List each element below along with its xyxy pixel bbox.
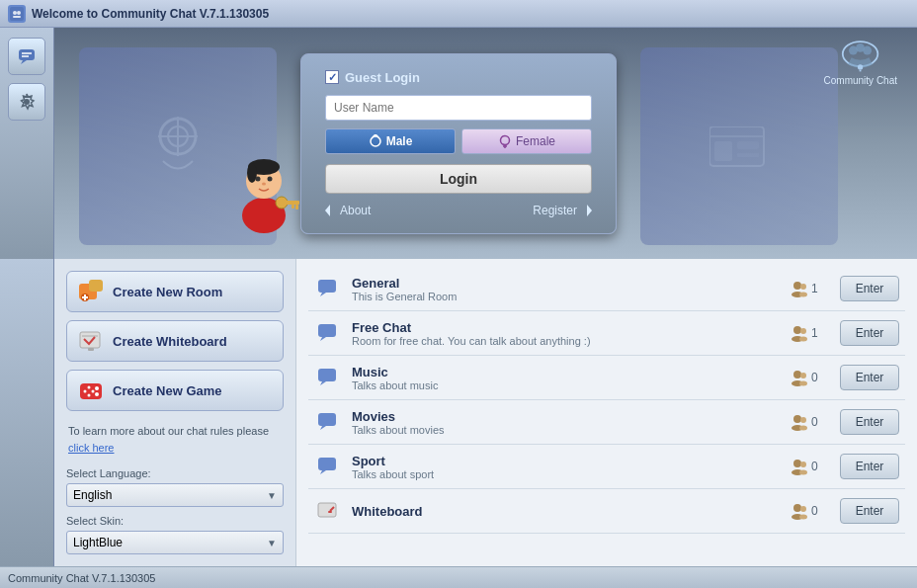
svg-point-28 [256, 176, 261, 181]
skin-label: Select Skin: [66, 515, 284, 527]
svg-point-79 [793, 415, 801, 423]
svg-marker-60 [320, 293, 326, 296]
room-info: Whiteboard [352, 504, 781, 519]
status-text: Community Chat V.7.1.130305 [8, 572, 155, 584]
svg-rect-32 [286, 201, 299, 205]
login-section: Community Chat [0, 28, 917, 259]
svg-rect-77 [318, 413, 336, 426]
svg-point-63 [800, 284, 806, 290]
chat-rules-link[interactable]: click here [68, 442, 114, 454]
room-icon [314, 319, 342, 347]
content-area: Create New Room Create Whiteboard [0, 259, 917, 566]
create-whiteboard-button[interactable]: Create Whiteboard [66, 320, 284, 362]
left-nav [0, 28, 54, 259]
svg-rect-0 [10, 7, 24, 21]
create-game-button[interactable]: Create New Game [66, 370, 284, 411]
female-button[interactable]: Female [461, 128, 592, 154]
svg-point-76 [799, 381, 807, 386]
svg-rect-10 [714, 141, 732, 161]
svg-rect-90 [328, 511, 332, 513]
svg-marker-43 [587, 205, 592, 216]
nav-settings-icon[interactable] [8, 83, 45, 121]
room-icon [314, 364, 342, 391]
svg-point-54 [88, 386, 91, 389]
svg-rect-65 [318, 324, 336, 337]
room-name: Movies [352, 409, 781, 424]
window-title: Welcome to Community Chat V.7.1.130305 [32, 7, 269, 21]
svg-point-30 [262, 182, 266, 185]
svg-point-39 [500, 135, 509, 144]
svg-point-17 [858, 64, 863, 69]
svg-marker-84 [320, 470, 326, 474]
svg-point-87 [800, 462, 806, 467]
room-name: Free Chat [352, 320, 781, 335]
svg-point-82 [799, 426, 807, 431]
status-bar: Community Chat V.7.1.130305 [0, 566, 917, 588]
svg-marker-72 [320, 381, 326, 385]
svg-point-2 [17, 11, 21, 15]
svg-rect-11 [737, 141, 759, 149]
enter-room-button[interactable]: Enter [840, 498, 899, 524]
nav-chat-icon[interactable] [8, 38, 45, 75]
male-button[interactable]: Male [325, 128, 456, 154]
room-users: 1 [791, 324, 830, 342]
skin-select[interactable]: LightBlue ▼ [66, 531, 284, 554]
svg-point-55 [88, 394, 91, 397]
svg-point-88 [799, 470, 807, 475]
svg-marker-78 [320, 426, 326, 430]
room-info: Sport Talks about sport [352, 454, 781, 480]
username-input[interactable] [325, 95, 592, 121]
enter-room-button[interactable]: Enter [840, 409, 899, 435]
user-count: 0 [811, 371, 818, 384]
svg-point-56 [92, 390, 95, 393]
gender-row: Male Female [325, 128, 592, 154]
svg-point-53 [84, 390, 87, 393]
user-count: 0 [811, 415, 818, 429]
room-desc: This is General Room [352, 291, 781, 302]
nav-row: About Register [325, 204, 592, 217]
svg-rect-12 [737, 153, 759, 157]
user-count: 0 [811, 504, 818, 518]
create-whiteboard-icon [77, 327, 105, 355]
svg-point-69 [800, 328, 806, 334]
app-icon [8, 5, 26, 23]
user-count: 1 [811, 282, 818, 295]
room-info: Free Chat Room for free chat. You can ta… [352, 320, 781, 347]
room-desc: Talks about movies [352, 424, 781, 436]
svg-point-91 [793, 504, 801, 512]
room-users: 0 [791, 369, 830, 386]
login-button[interactable]: Login [325, 164, 592, 194]
guest-login-checkbox[interactable] [325, 70, 339, 84]
community-chat-label: Community Chat [824, 75, 897, 86]
register-link[interactable]: Register [533, 204, 592, 217]
svg-point-29 [268, 176, 273, 181]
svg-point-81 [800, 417, 806, 423]
svg-point-27 [247, 163, 257, 183]
enter-room-button[interactable]: Enter [840, 454, 899, 479]
user-count: 0 [811, 460, 818, 473]
room-info: General This is General Room [352, 276, 781, 302]
room-item: Free Chat Room for free chat. You can ta… [308, 311, 905, 356]
room-icon [314, 275, 342, 302]
svg-rect-59 [318, 280, 336, 293]
svg-rect-89 [318, 503, 336, 517]
enter-room-button[interactable]: Enter [840, 365, 899, 390]
language-select[interactable]: English ▼ [66, 483, 284, 507]
svg-point-16 [863, 46, 872, 55]
room-item: Sport Talks about sport 0 Enter [308, 445, 905, 489]
create-room-button[interactable]: Create New Room [66, 271, 284, 312]
svg-point-75 [800, 373, 806, 378]
create-room-icon [77, 278, 105, 305]
about-link[interactable]: About [325, 204, 371, 217]
svg-marker-66 [320, 337, 326, 341]
left-nav-bottom [0, 259, 54, 566]
enter-room-button[interactable]: Enter [840, 320, 899, 346]
title-bar: Welcome to Community Chat V.7.1.130305 [0, 0, 917, 28]
svg-rect-34 [292, 205, 294, 209]
room-icon [314, 408, 342, 436]
language-label: Select Language: [66, 467, 284, 479]
svg-rect-49 [80, 332, 100, 348]
svg-rect-52 [80, 383, 102, 399]
enter-room-button[interactable]: Enter [840, 276, 899, 301]
room-name: Whiteboard [352, 504, 781, 519]
